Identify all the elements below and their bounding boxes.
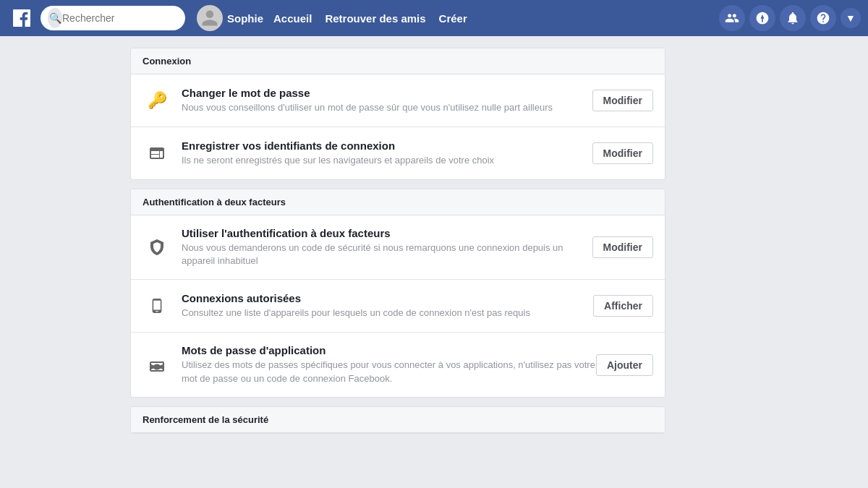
- password-title: Changer le mot de passe: [182, 87, 592, 99]
- security-reinforcement-section: Renforcement de la sécurité: [130, 406, 665, 434]
- save-credentials-row: Enregistrer vos identifiants de connexio…: [131, 127, 665, 179]
- notifications-icon[interactable]: [780, 5, 806, 31]
- two-factor-title: Utiliser l'authentification à deux facte…: [182, 227, 592, 239]
- two-factor-desc: Nous vous demanderons un code de sécurit…: [182, 241, 592, 267]
- nav-user[interactable]: Sophie: [197, 5, 263, 31]
- app-passwords-row: Mots de passe d'application Utilisez des…: [131, 333, 665, 396]
- box-icon: [142, 351, 171, 380]
- authorized-title: Connexions autorisées: [182, 292, 593, 304]
- password-desc: Nous vous conseillons d'utiliser un mot …: [182, 101, 592, 114]
- main-content: Connexion 🔑 Changer le mot de passe Nous…: [0, 36, 868, 454]
- app-passwords-title: Mots de passe d'application: [182, 344, 596, 356]
- authorized-connections-row: Connexions autorisées Consultez une list…: [131, 280, 665, 333]
- search-box[interactable]: 🔍: [41, 6, 185, 30]
- navbar: 🔍 Sophie Accueil Retrouver des amis Crée…: [0, 0, 868, 36]
- friends-icon[interactable]: [719, 5, 745, 31]
- avatar: [197, 5, 223, 31]
- nav-links: Accueil Retrouver des amis Créer: [273, 12, 467, 25]
- password-row: 🔑 Changer le mot de passe Nous vous cons…: [131, 74, 665, 127]
- connexion-section: Connexion 🔑 Changer le mot de passe Nous…: [130, 48, 665, 180]
- device-icon: [142, 139, 171, 168]
- credentials-modify-button[interactable]: Modifier: [592, 142, 653, 164]
- nav-accueil[interactable]: Accueil: [273, 12, 312, 25]
- nav-amis[interactable]: Retrouver des amis: [325, 12, 425, 25]
- search-button[interactable]: 🔍: [48, 8, 62, 28]
- two-factor-header: Authentification à deux facteurs: [131, 189, 665, 215]
- app-passwords-desc: Utilisez des mots de passes spécifiques …: [182, 359, 596, 385]
- credentials-title: Enregistrer vos identifiants de connexio…: [182, 140, 592, 152]
- app-passwords-add-button[interactable]: Ajouter: [596, 354, 653, 376]
- two-factor-auth-row: Utiliser l'authentification à deux facte…: [131, 215, 665, 280]
- nav-creer[interactable]: Créer: [439, 12, 467, 25]
- key-icon: 🔑: [142, 86, 171, 115]
- user-name: Sophie: [227, 12, 263, 25]
- authorized-view-button[interactable]: Afficher: [593, 295, 653, 317]
- connexion-header: Connexion: [131, 48, 665, 74]
- credentials-desc: Ils ne seront enregistrés que sur les na…: [182, 154, 592, 167]
- shield-icon: [142, 233, 171, 262]
- search-input[interactable]: [62, 12, 178, 24]
- password-modify-button[interactable]: Modifier: [592, 90, 653, 111]
- facebook-logo[interactable]: [7, 4, 36, 33]
- dropdown-icon[interactable]: ▼: [841, 8, 861, 28]
- nav-icons: ▼: [719, 5, 861, 31]
- two-factor-section: Authentification à deux facteurs Utilise…: [130, 189, 665, 398]
- messenger-icon[interactable]: [749, 5, 775, 31]
- phone-icon: [142, 291, 171, 320]
- authorized-desc: Consultez une liste d'appareils pour les…: [182, 307, 593, 320]
- security-reinforcement-header: Renforcement de la sécurité: [131, 407, 665, 433]
- help-icon[interactable]: [810, 5, 836, 31]
- two-factor-modify-button[interactable]: Modifier: [592, 236, 653, 258]
